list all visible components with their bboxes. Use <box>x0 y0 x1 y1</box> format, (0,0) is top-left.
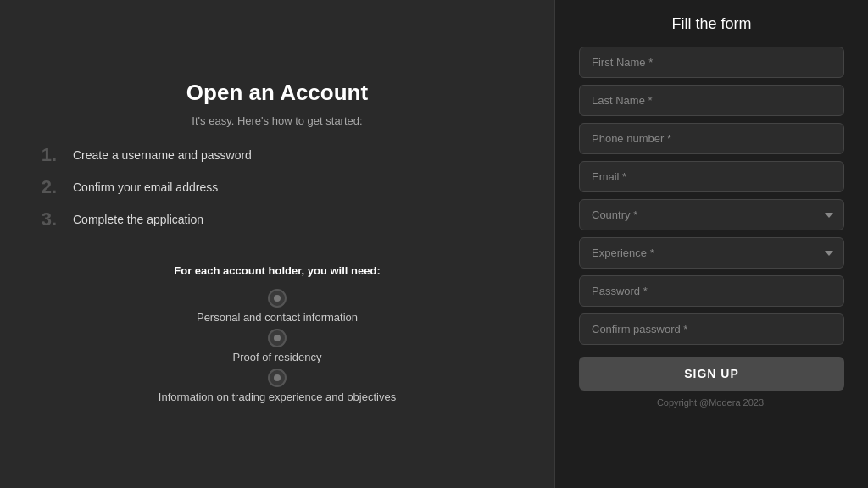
password-input[interactable] <box>579 275 844 307</box>
email-input[interactable] <box>579 161 844 192</box>
needs-section: For each account holder, you will need: … <box>34 264 520 408</box>
circle-icon-1 <box>268 289 287 308</box>
page-heading: Open an Account <box>186 80 368 106</box>
need-item-3: Information on trading experience and ob… <box>34 369 520 403</box>
experience-select[interactable]: Experience * <box>579 237 844 269</box>
confirm-password-input[interactable] <box>579 313 844 345</box>
step-text-1: Create a username and password <box>73 148 252 162</box>
need-item-1: Personal and contact information <box>34 289 520 324</box>
step-item-3: 3. Complete the application <box>34 208 520 230</box>
experience-field: Experience * <box>579 237 844 269</box>
step-item-1: 1. Create a username and password <box>34 144 520 166</box>
step-number-1: 1. <box>34 144 64 166</box>
form-panel: Fill the form Country * Experience * <box>554 0 868 488</box>
email-field <box>579 161 844 192</box>
step-text-2: Confirm your email address <box>73 180 218 194</box>
password-field <box>579 275 844 307</box>
form-title: Fill the form <box>671 15 751 33</box>
needs-title: For each account holder, you will need: <box>34 264 520 277</box>
last-name-field <box>579 85 844 116</box>
last-name-input[interactable] <box>579 85 844 116</box>
left-panel: Open an Account It's easy. Here's how to… <box>0 0 554 488</box>
step-number-3: 3. <box>34 208 64 230</box>
circle-icon-3 <box>268 369 287 387</box>
need-text-1: Personal and contact information <box>197 311 358 324</box>
first-name-field <box>579 47 844 78</box>
need-item-2: Proof of residency <box>34 329 520 363</box>
confirm-password-field <box>579 313 844 345</box>
subtitle: It's easy. Here's how to get started: <box>192 114 362 127</box>
steps-list: 1. Create a username and password 2. Con… <box>34 144 520 241</box>
phone-field <box>579 123 844 154</box>
step-text-3: Complete the application <box>73 213 203 226</box>
need-text-3: Information on trading experience and ob… <box>159 391 396 403</box>
country-select[interactable]: Country * <box>579 199 844 230</box>
country-field: Country * <box>579 199 844 230</box>
first-name-input[interactable] <box>579 47 844 78</box>
step-number-2: 2. <box>34 176 64 198</box>
signup-button[interactable]: SIGN UP <box>579 357 844 391</box>
page-container: Open an Account It's easy. Here's how to… <box>0 0 868 488</box>
need-text-2: Proof of residency <box>233 351 322 363</box>
circle-icon-2 <box>268 329 287 347</box>
step-item-2: 2. Confirm your email address <box>34 176 520 198</box>
copyright-text: Copyright @Modera 2023. <box>657 397 766 408</box>
phone-input[interactable] <box>579 123 844 154</box>
